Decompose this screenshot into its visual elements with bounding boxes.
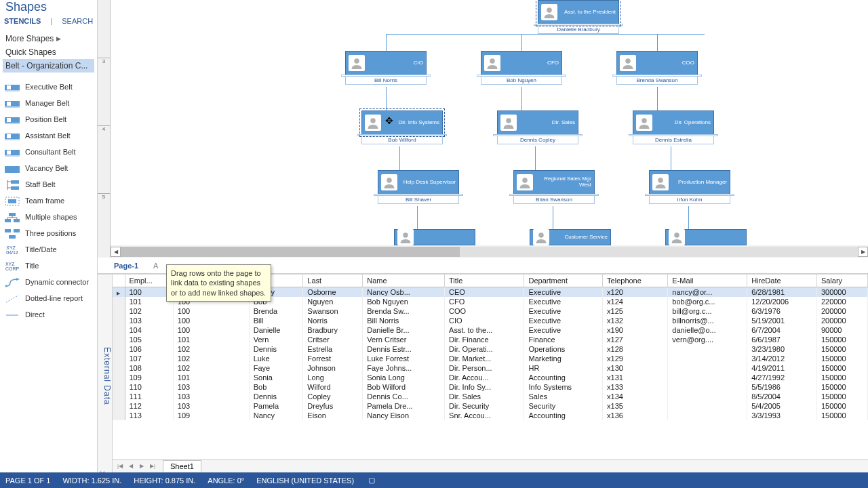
table-row[interactable]: 106102DennisEstrellaDennis Estr...Dir. O… xyxy=(113,344,868,354)
svg-rect-31 xyxy=(14,229,20,232)
stencil-item[interactable]: Team frame xyxy=(3,193,94,209)
stencil-icon xyxy=(5,294,20,304)
org-node[interactable]: Dir. Info SystemsBob Wilford xyxy=(361,110,443,144)
status-page: PAGE 1 OF 1 xyxy=(5,476,50,485)
svg-rect-23 xyxy=(9,213,16,216)
org-node[interactable] xyxy=(394,229,475,245)
stencil-icon xyxy=(5,148,20,157)
stencil-item[interactable]: XYZ04/12Title/Date xyxy=(3,242,94,258)
stencil-item[interactable]: Dotted-line report xyxy=(3,291,94,307)
status-height: HEIGHT: 0.875 IN. xyxy=(134,476,195,485)
stencil-label: Team frame xyxy=(25,197,64,205)
table-row[interactable]: 105101VernCritserVern CritserDir. Financ… xyxy=(113,335,868,344)
org-node[interactable]: Help Desk SupervisorBill Shaver xyxy=(378,170,459,204)
more-shapes[interactable]: More Shapes ▶ xyxy=(5,32,92,45)
stencil-item[interactable]: Three positions xyxy=(3,226,94,242)
data-grid-wrap[interactable]: Empl...Supervisor...FirstLastNameTitleDe… xyxy=(113,274,868,459)
table-row[interactable]: 104100DanielleBradburyDanielle Br...Asst… xyxy=(113,325,868,335)
column-header[interactable]: Telephone xyxy=(603,274,668,287)
status-language[interactable]: ENGLISH (UNITED STATES) xyxy=(256,476,354,485)
table-row[interactable]: 108102FayeJohnsonFaye Johns...Dir. Perso… xyxy=(113,363,868,373)
sheet-last-icon[interactable]: ▶| xyxy=(148,462,157,471)
table-row[interactable]: 112103PamelaDreyfusPamela Dre...Dir. Sec… xyxy=(113,401,868,411)
column-header[interactable]: Department xyxy=(524,274,603,287)
stencil-item[interactable]: Direct xyxy=(3,307,94,323)
stencil-icon xyxy=(5,213,20,222)
table-row[interactable]: 102100BrendaSwansonBrenda Sw...COOExecut… xyxy=(113,306,868,316)
stencil-item[interactable]: Dynamic connector xyxy=(3,274,94,291)
stencil-item[interactable]: XYZCORPTitle xyxy=(3,258,94,274)
stencil-label: Staff Belt xyxy=(25,180,55,189)
canvas-area: 3 4 5 Asst. to the PresidentDanielle Bra… xyxy=(98,0,868,258)
org-node[interactable]: Asst. to the PresidentDanielle Bradbury xyxy=(538,0,619,34)
shapes-panel: Shapes STENCILS | SEARCH More Shapes ▶ Q… xyxy=(0,0,98,472)
svg-rect-1 xyxy=(5,90,20,92)
svg-point-40 xyxy=(370,118,376,123)
column-header[interactable]: Salary xyxy=(816,274,867,287)
svg-point-36 xyxy=(547,7,552,13)
stencil-item[interactable]: Manager Belt xyxy=(3,96,94,112)
column-header[interactable]: Title xyxy=(445,274,524,287)
sheet-first-icon[interactable]: |◀ xyxy=(115,462,125,471)
tab-page1[interactable]: Page-1 xyxy=(110,259,142,272)
svg-point-48 xyxy=(674,232,679,238)
stencil-label: Vacancy Belt xyxy=(25,164,68,173)
external-data-panel: External Data Empl...Supervisor...FirstL… xyxy=(98,274,868,472)
horizontal-scrollbar[interactable]: ◀ ▶ xyxy=(111,245,868,258)
org-node[interactable]: CFOBob Nguyen xyxy=(481,51,562,85)
scroll-left-icon[interactable]: ◀ xyxy=(111,247,121,257)
svg-rect-32 xyxy=(9,235,16,239)
table-row[interactable]: 110103BobWilfordBob WilfordDir. Info Sy.… xyxy=(113,382,868,392)
stencil-label: Title xyxy=(25,262,39,270)
status-width: WIDTH: 1.625 IN. xyxy=(62,476,121,485)
svg-point-43 xyxy=(387,178,392,183)
stencil-selected[interactable]: Belt - Organization C... xyxy=(3,59,94,73)
stencil-item[interactable]: Vacancy Belt xyxy=(3,161,94,177)
table-row[interactable]: 107102LukeForrestLuke ForrestDir. Market… xyxy=(113,354,868,363)
macro-record-icon[interactable]: ▢ xyxy=(366,475,377,486)
sheet-next-icon[interactable]: ▶ xyxy=(137,462,146,471)
svg-rect-13 xyxy=(5,155,20,157)
org-node[interactable]: Customer Service xyxy=(530,229,611,245)
stencil-item[interactable]: Staff Belt xyxy=(3,177,94,193)
svg-point-38 xyxy=(490,58,495,64)
org-node[interactable] xyxy=(665,229,747,245)
status-bar: PAGE 1 OF 1 WIDTH: 1.625 IN. HEIGHT: 0.8… xyxy=(0,472,868,488)
stencil-label: Position Belt xyxy=(25,115,66,124)
sheet-prev-icon[interactable]: ◀ xyxy=(126,462,136,471)
quick-shapes[interactable]: Quick Shapes xyxy=(5,45,92,59)
svg-point-39 xyxy=(625,58,631,64)
column-header[interactable]: Name xyxy=(363,274,445,287)
stencil-icon: XYZCORP xyxy=(5,262,20,271)
column-header[interactable]: HireDate xyxy=(747,274,817,287)
drawing-canvas[interactable]: Asst. to the PresidentDanielle BradburyC… xyxy=(111,0,868,245)
stencil-label: Dotted-line report xyxy=(25,294,83,303)
column-header[interactable]: E-Mail xyxy=(668,274,747,287)
tab-all[interactable]: A xyxy=(153,262,158,270)
stencil-icon xyxy=(5,310,20,320)
external-data-label[interactable]: External Data xyxy=(98,274,113,472)
stencil-item[interactable]: Executive Belt xyxy=(3,79,94,96)
svg-rect-4 xyxy=(5,106,20,108)
table-row[interactable]: 111103DennisCopleyDennis Co...Dir. Sales… xyxy=(113,392,868,401)
svg-point-47 xyxy=(538,232,544,238)
sheet-tab[interactable]: Sheet1 xyxy=(163,460,201,472)
stencil-item[interactable]: Consultant Belt xyxy=(3,144,94,161)
column-header[interactable]: Last xyxy=(303,274,363,287)
table-row[interactable]: 109101SoniaLongSonia LongDir. Accou...Ac… xyxy=(113,373,868,382)
tab-search[interactable]: SEARCH xyxy=(62,17,93,25)
table-row[interactable]: 113109NancyEisonNancy EisonSnr. Accou...… xyxy=(113,411,868,420)
stencil-item[interactable]: Multiple shapes xyxy=(3,209,94,226)
org-node[interactable]: Dir. SalesDennis Copley xyxy=(497,110,578,144)
stencil-item[interactable]: Position Belt xyxy=(3,112,94,128)
org-node[interactable]: Production ManagerIrfon Kohn xyxy=(649,170,730,204)
stencil-item[interactable]: Assistant Belt xyxy=(3,128,94,144)
org-node[interactable]: Regional Sales Mgr WestBrian Swanson xyxy=(513,170,595,204)
scroll-right-icon[interactable]: ▶ xyxy=(858,247,868,257)
org-node[interactable]: CIOBill Norris xyxy=(345,51,427,85)
svg-rect-10 xyxy=(5,139,20,140)
org-node[interactable]: COOBrenda Swanson xyxy=(616,51,698,85)
table-row[interactable]: 103100BillNorrisBill NorrisCIOExecutivex… xyxy=(113,316,868,325)
tab-stencils[interactable]: STENCILS xyxy=(4,17,41,25)
org-node[interactable]: Dir. OperationsDennis Estrella xyxy=(633,110,714,144)
